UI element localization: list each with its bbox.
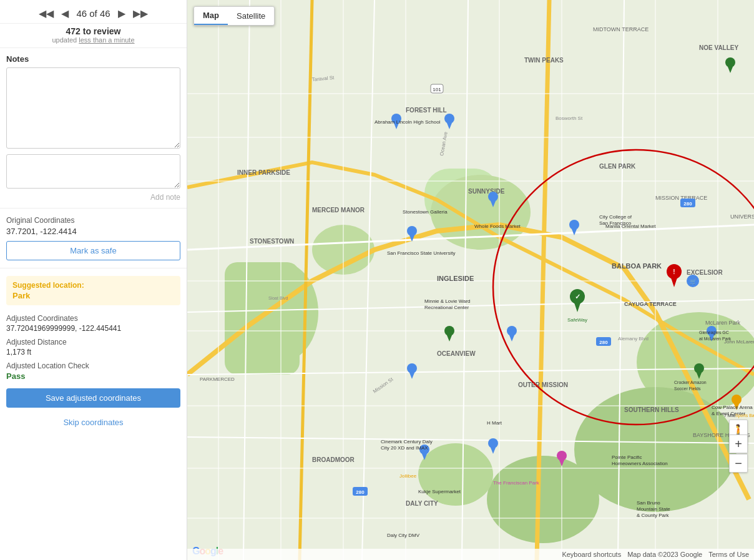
svg-text:101: 101 [433, 87, 441, 92]
original-coords-label: Original Coordinates [6, 216, 180, 225]
adjusted-check-value: Pass [6, 371, 180, 381]
svg-text:at McLaren Park: at McLaren Park [699, 336, 732, 341]
last-page-button[interactable]: ▶▶ [130, 6, 150, 21]
zoom-controls: + − [729, 435, 748, 473]
svg-text:✓: ✓ [575, 293, 580, 300]
adjusted-distance-value: 1,173 ft [6, 348, 180, 356]
svg-point-82 [444, 114, 454, 124]
adjusted-distance-label: Adjusted Distance [6, 338, 180, 346]
adjusted-coords-value: 37.72041969999999, -122.445441 [6, 324, 180, 333]
map-area: Map Satellite [187, 0, 754, 560]
svg-point-84 [407, 363, 417, 373]
svg-text:Jollibee: Jollibee [399, 473, 417, 479]
svg-text:OUTER MISSION: OUTER MISSION [518, 381, 568, 388]
svg-text:FOREST HILL: FOREST HILL [406, 107, 447, 114]
satellite-tab[interactable]: Satellite [228, 7, 274, 25]
svg-text:San Francisco: San Francisco [599, 220, 632, 226]
svg-text:NOE VALLEY: NOE VALLEY [699, 44, 738, 51]
notes-title: Notes [6, 54, 180, 64]
add-note-link[interactable]: Add note [6, 193, 180, 202]
updated-text: updated less than a minute [5, 36, 182, 44]
svg-text:City College of: City College of [599, 214, 632, 220]
svg-text:280: 280 [356, 489, 365, 495]
nav-count: 46 of 46 [76, 8, 110, 19]
review-count: 472 to review [5, 26, 182, 36]
svg-text:Stonestown Galleria: Stonestown Galleria [403, 209, 448, 215]
next-button[interactable]: ▶ [115, 6, 128, 21]
mark-safe-button[interactable]: Mark as safe [6, 241, 180, 260]
save-adjusted-button[interactable]: Save adjusted coordinates [6, 388, 180, 408]
notes-main-textarea[interactable] [6, 67, 180, 149]
review-info: 472 to review updated less than a minute [0, 24, 187, 48]
svg-text:7 Mile: 7 Mile [724, 413, 736, 418]
first-page-button[interactable]: ◀◀ [36, 6, 56, 21]
svg-text:Mountain State: Mountain State [637, 506, 670, 512]
svg-text:Crocker Amazon: Crocker Amazon [674, 380, 707, 385]
svg-text:San Francisco State University: San Francisco State University [387, 250, 455, 256]
svg-point-10 [418, 443, 493, 506]
svg-text:Pointe Pacific: Pointe Pacific [612, 454, 642, 460]
svg-text:MIDTOWN TERRACE: MIDTOWN TERRACE [593, 26, 649, 32]
map-tab[interactable]: Map [194, 7, 228, 25]
svg-text:Sloat Blvd: Sloat Blvd [268, 296, 288, 300]
svg-point-86 [557, 451, 567, 461]
svg-text:STONESTOWN: STONESTOWN [250, 238, 294, 245]
prev-button[interactable]: ◀ [59, 6, 71, 21]
svg-text:Gleneagles GC: Gleneagles GC [699, 330, 729, 335]
svg-text:Whole Foods Market: Whole Foods Market [474, 224, 521, 229]
svg-point-72 [444, 326, 454, 336]
suggested-location-box: Suggested location: Park [6, 276, 180, 305]
divider-1 [0, 208, 187, 209]
zoom-out-button[interactable]: − [729, 454, 748, 473]
keyboard-shortcuts-link[interactable]: Keyboard shortcuts [562, 551, 621, 558]
svg-text:GLEN PARK: GLEN PARK [599, 163, 636, 170]
svg-point-9 [487, 456, 599, 543]
svg-text:SUNNYSIDE: SUNNYSIDE [468, 188, 505, 195]
suggested-label: Suggested location: [12, 281, 174, 290]
left-panel: ◀◀ ◀ 46 of 46 ▶ ▶▶ 472 to review updated… [0, 0, 187, 560]
svg-text:Kukje Supermarket: Kukje Supermarket [418, 489, 461, 494]
svg-text:INGLESIDE: INGLESIDE [437, 275, 474, 282]
svg-text:280: 280 [599, 340, 608, 345]
svg-text:MERCED MANOR: MERCED MANOR [312, 207, 365, 214]
divider-2 [0, 268, 187, 268]
svg-point-90 [694, 363, 704, 373]
svg-text:Homeowners Association: Homeowners Association [612, 461, 668, 466]
svg-text:& County Park: & County Park [637, 513, 670, 518]
svg-text:Daly City DMV: Daly City DMV [387, 533, 420, 538]
svg-text:Soccer Fields: Soccer Fields [674, 386, 701, 391]
svg-text:Abraham Lincoln High School: Abraham Lincoln High School [375, 119, 441, 125]
svg-text:SOUTHERN HILLS: SOUTHERN HILLS [624, 406, 679, 413]
svg-text:City 20 XD and IMAX: City 20 XD and IMAX [381, 445, 428, 451]
map-background[interactable]: INNER PARKSIDE TWIN PEAKS MIDTOWN TERRAC… [187, 0, 754, 560]
notes-section: Notes Add note [0, 48, 187, 205]
map-data-credit: Map data ©2023 Google [627, 551, 702, 558]
svg-point-76 [569, 220, 579, 230]
svg-text:Bosworth St: Bosworth St [556, 115, 583, 121]
svg-text:!: ! [673, 268, 675, 275]
svg-point-94 [732, 395, 742, 405]
svg-point-92 [725, 57, 735, 67]
svg-point-96 [488, 438, 498, 448]
updated-time-link[interactable]: less than a minute [79, 36, 134, 44]
svg-text:INNER PARKSIDE: INNER PARKSIDE [237, 169, 290, 176]
svg-text:San Bruno: San Bruno [637, 500, 660, 506]
adjusted-section: Adjusted Coordinates 37.72041969999999, … [0, 310, 187, 385]
svg-point-78 [407, 226, 417, 236]
svg-text:SafeWay: SafeWay [567, 317, 587, 323]
adjusted-coords-label: Adjusted Coordinates [6, 314, 180, 323]
svg-text:Sports Bar: Sports Bar [735, 413, 754, 418]
svg-text:BROADMOOR: BROADMOOR [312, 456, 355, 463]
adjusted-check-label: Adjusted Location Check [6, 361, 180, 370]
navigation-bar: ◀◀ ◀ 46 of 46 ▶ ▶▶ [0, 0, 187, 24]
svg-text:UNIVERSITY MOUND: UNIVERSITY MOUND [730, 214, 754, 220]
svg-text:OCEANVIEW: OCEANVIEW [437, 350, 476, 357]
svg-text:280: 280 [683, 201, 692, 207]
skip-coordinates-link[interactable]: Skip coordinates [6, 418, 180, 427]
notes-extra-textarea[interactable] [6, 154, 180, 189]
terms-of-use-link[interactable]: Terms of Use [708, 551, 749, 558]
svg-text:H Mart: H Mart [487, 420, 502, 426]
svg-text:Alemany Blvd: Alemany Blvd [618, 336, 649, 341]
svg-text:DALY CITY: DALY CITY [406, 500, 438, 507]
zoom-in-button[interactable]: + [729, 435, 748, 453]
